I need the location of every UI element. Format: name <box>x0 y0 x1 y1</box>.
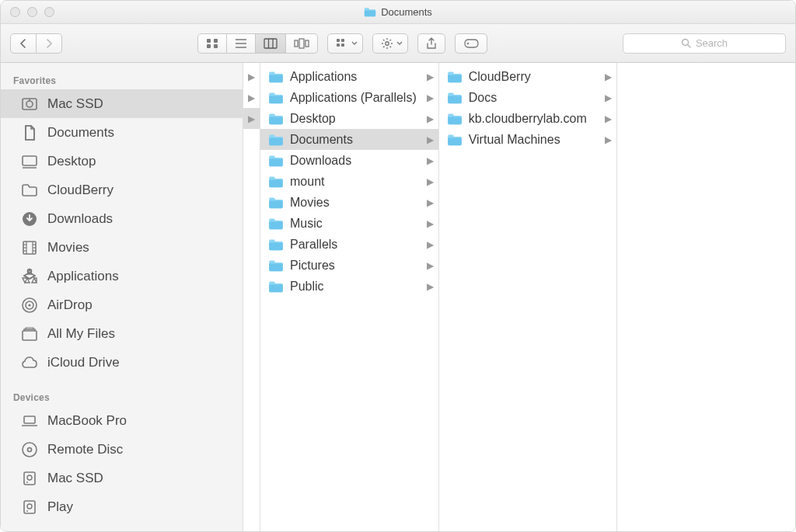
column-row[interactable]: Public▶ <box>260 276 438 297</box>
chevron-right-icon: ▶ <box>605 134 612 145</box>
disc-icon <box>19 440 40 460</box>
folder-icon <box>268 217 284 230</box>
column-row[interactable]: CloudBerry▶ <box>439 66 617 87</box>
svg-point-51 <box>23 443 37 457</box>
svg-rect-32 <box>23 156 37 165</box>
svg-rect-2 <box>207 44 211 48</box>
sidebar-item-label: MacBook Pro <box>47 413 127 429</box>
chevron-down-icon <box>396 41 403 46</box>
column-row[interactable]: Desktop▶ <box>260 108 438 129</box>
column-row[interactable]: Pictures▶ <box>260 255 438 276</box>
chevron-right-icon: ▶ <box>427 71 434 82</box>
column-browser: ▶▶▶ Applications▶Applications (Parallels… <box>243 63 795 531</box>
hdd-icon <box>19 468 40 489</box>
minimize-window-button[interactable] <box>27 7 37 17</box>
tags-button[interactable] <box>455 33 487 54</box>
back-button[interactable] <box>10 33 37 54</box>
laptop-icon <box>19 411 40 431</box>
sidebar-item[interactable]: Mac SSD <box>1 89 243 118</box>
column-row-label: Documents <box>290 133 421 147</box>
column-row[interactable]: Documents▶ <box>260 129 438 150</box>
close-window-button[interactable] <box>10 7 20 17</box>
sidebar-item[interactable]: Desktop <box>1 147 243 176</box>
sidebar-item[interactable]: Remote Disc <box>1 435 243 464</box>
sidebar-item[interactable]: Play <box>1 492 243 521</box>
coverflow-view-button[interactable] <box>286 33 318 54</box>
arrange-group <box>327 33 363 54</box>
column-row[interactable]: Applications▶ <box>260 66 438 87</box>
sidebar-item[interactable]: Downloads <box>1 204 243 233</box>
folder-icon <box>19 180 40 200</box>
column-view-button[interactable] <box>256 33 286 54</box>
list-view-button[interactable] <box>227 33 256 54</box>
sidebar-item[interactable]: All My Files <box>1 319 243 348</box>
sidebar-item[interactable]: MacBook Pro <box>1 406 243 435</box>
toolbar: Search <box>1 24 795 63</box>
column-row[interactable]: Virtual Machines▶ <box>439 129 617 150</box>
svg-line-22 <box>383 40 385 41</box>
window-title: Documents <box>1 6 795 18</box>
sidebar-item[interactable]: iCloud Drive <box>1 348 243 377</box>
column-row[interactable]: mount▶ <box>260 171 438 192</box>
apps-icon <box>19 266 40 287</box>
sidebar-item[interactable]: AirDrop <box>1 290 243 319</box>
search-field[interactable]: Search <box>623 33 786 54</box>
zoom-window-button[interactable] <box>44 7 54 17</box>
sidebar-item[interactable]: Mac SSD <box>1 464 243 492</box>
column-row-label: Movies <box>290 196 421 210</box>
column-0: Applications▶Applications (Parallels)▶De… <box>260 63 439 531</box>
arrange-button[interactable] <box>327 33 363 54</box>
share-icon <box>426 37 437 50</box>
sidebar-item-label: Mac SSD <box>47 96 103 112</box>
sidebar-item[interactable]: Movies <box>1 233 243 262</box>
column-row-label: Music <box>290 217 421 231</box>
action-button[interactable] <box>372 33 408 54</box>
view-mode-buttons <box>197 33 318 54</box>
parent-column-arrow[interactable]: ▶ <box>243 66 260 87</box>
chevron-right-icon: ▶ <box>427 134 434 145</box>
svg-point-55 <box>26 482 28 483</box>
svg-rect-53 <box>24 472 35 485</box>
sidebar-item[interactable]: CloudBerry <box>1 176 243 204</box>
svg-rect-16 <box>341 43 344 47</box>
sidebar-item[interactable]: Documents <box>1 118 243 147</box>
column-row[interactable]: Docs▶ <box>439 87 617 108</box>
gear-icon <box>381 37 393 50</box>
svg-line-25 <box>390 40 392 41</box>
sidebar-item[interactable]: Applications <box>1 262 243 290</box>
movies-icon <box>19 238 40 258</box>
parent-column-arrow[interactable]: ▶ <box>243 87 260 108</box>
column-row[interactable]: Downloads▶ <box>260 150 438 171</box>
parent-column-arrow[interactable]: ▶ <box>243 108 260 129</box>
share-button[interactable] <box>417 33 445 54</box>
column-row-label: Desktop <box>290 112 421 126</box>
svg-rect-7 <box>264 39 277 48</box>
folder-icon <box>268 134 284 146</box>
svg-rect-15 <box>337 43 340 47</box>
svg-point-57 <box>27 504 32 509</box>
svg-rect-14 <box>341 39 344 42</box>
parent-column-sliver: ▶▶▶ <box>243 63 260 531</box>
desktop-icon <box>19 151 40 172</box>
icloud-icon <box>19 353 40 373</box>
allfiles-icon <box>19 324 40 344</box>
folder-icon <box>268 176 284 188</box>
column-row-label: Applications <box>290 70 421 84</box>
svg-rect-13 <box>337 39 340 42</box>
forward-button[interactable] <box>37 33 62 54</box>
column-row[interactable]: Parallels▶ <box>260 234 438 255</box>
column-row[interactable]: Music▶ <box>260 213 438 234</box>
column-row[interactable]: Movies▶ <box>260 192 438 213</box>
hdd-icon <box>19 497 40 517</box>
chevron-right-icon: ▶ <box>427 176 434 187</box>
folder-icon <box>447 113 463 125</box>
sidebar-item-label: Movies <box>47 240 89 256</box>
column-row-label: Docs <box>469 91 599 105</box>
column-row-label: Pictures <box>290 259 421 273</box>
column-row[interactable]: kb.cloudberrylab.com▶ <box>439 108 617 129</box>
column-row-label: Parallels <box>290 238 421 252</box>
chevron-right-icon: ▶ <box>605 113 612 124</box>
chevron-down-icon <box>351 41 358 46</box>
column-row[interactable]: Applications (Parallels)▶ <box>260 87 438 108</box>
icon-view-button[interactable] <box>197 33 227 54</box>
